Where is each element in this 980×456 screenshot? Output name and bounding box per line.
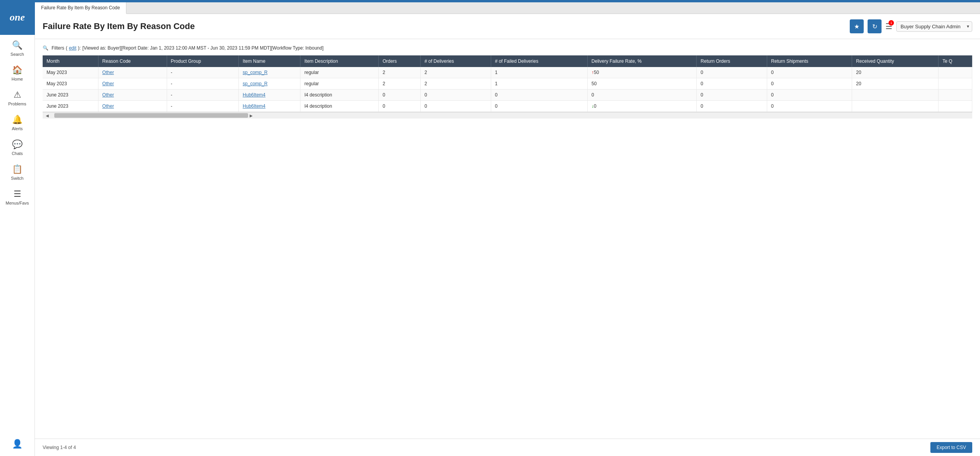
cell-item-description: regular [300, 67, 379, 78]
cell-orders: 0 [378, 89, 420, 101]
col-failed-deliveries: # of Failed Deliveries [491, 55, 587, 67]
col-return-shipments: Return Shipments [767, 55, 852, 67]
cell-item-name[interactable]: Hub6Item4 [239, 89, 300, 101]
viewing-count: Viewing 1-4 of 4 [43, 445, 76, 450]
cell-reason-code[interactable]: Other [98, 89, 167, 101]
sidebar-avatar[interactable]: 👤 [0, 434, 35, 452]
col-item-description: Item Description [300, 55, 379, 67]
col-orders: Orders [378, 55, 420, 67]
main-area: Failure Rate By Item By Reason Code Fail… [35, 0, 980, 456]
cell-product-group: - [167, 101, 238, 112]
logo-text: one [10, 12, 25, 23]
bottom-bar: Viewing 1-4 of 4 Export to CSV [35, 439, 980, 456]
col-reason-code: Reason Code [98, 55, 167, 67]
col-te-q: Te Q [939, 55, 972, 67]
active-tab[interactable]: Failure Rate By Item By Reason Code [35, 2, 126, 14]
header-actions: ★ ↻ ☰ 1 Buyer Supply Chain Admin [850, 19, 972, 33]
cell-received-qty: 20 [852, 78, 939, 89]
scroll-right-arrow[interactable]: ▶ [248, 114, 254, 118]
switch-icon: 📋 [12, 164, 22, 174]
sidebar-item-label: Alerts [12, 126, 22, 131]
scroll-thumb[interactable] [54, 113, 248, 118]
table-row: May 2023 Other - sp_comp_R regular 2 2 1… [43, 78, 972, 89]
table-row: June 2023 Other - Hub6Item4 I4 descripti… [43, 101, 972, 112]
edit-filter-link[interactable]: edit [69, 45, 76, 51]
page-title: Failure Rate By Item By Reason Code [43, 21, 850, 31]
table-row: May 2023 Other - sp_comp_R regular 2 2 1… [43, 67, 972, 78]
notification-badge: 1 [889, 20, 894, 26]
user-role-select[interactable]: Buyer Supply Chain Admin [896, 21, 972, 32]
sidebar-item-switch[interactable]: 📋 Switch [0, 159, 35, 184]
col-failure-rate: Delivery Failure Rate, % [587, 55, 697, 67]
filter-bar: 🔍 Filters (edit): [Viewed as: Buyer][Rep… [43, 45, 972, 51]
filter-text: [Viewed as: Buyer][Report Date: Jan 1, 2… [82, 45, 323, 51]
tab-label: Failure Rate By Item By Reason Code [41, 5, 120, 10]
table-header-row: Month Reason Code Product Group Item Nam… [43, 55, 972, 67]
cell-failure-rate: 0 [587, 89, 697, 101]
refresh-button[interactable]: ↻ [868, 19, 882, 33]
sidebar-item-search[interactable]: 🔍 Search [0, 35, 35, 60]
cell-return-orders: 0 [697, 67, 767, 78]
table-body: May 2023 Other - sp_comp_R regular 2 2 1… [43, 67, 972, 112]
bell-icon: 🔔 [12, 115, 22, 125]
content-area: 🔍 Filters (edit): [Viewed as: Buyer][Rep… [35, 39, 980, 439]
col-item-name: Item Name [239, 55, 300, 67]
cell-return-orders: 0 [697, 78, 767, 89]
cell-item-name[interactable]: Hub6Item4 [239, 101, 300, 112]
filter-icon: 🔍 [43, 45, 48, 51]
cell-month: June 2023 [43, 101, 98, 112]
page-header: Failure Rate By Item By Reason Code ★ ↻ … [35, 14, 980, 39]
notification-button[interactable]: ☰ 1 [885, 22, 892, 31]
scroll-left-arrow[interactable]: ◀ [44, 114, 50, 118]
sidebar-item-problems[interactable]: ⚠ Problems [0, 84, 35, 109]
sidebar-item-home[interactable]: 🏠 Home [0, 60, 35, 84]
cell-orders: 2 [378, 67, 420, 78]
warning-icon: ⚠ [14, 90, 21, 100]
cell-return-orders: 0 [697, 101, 767, 112]
cell-orders: 0 [378, 101, 420, 112]
cell-received-qty: 20 [852, 67, 939, 78]
cell-failure-rate: ↓0 [587, 101, 697, 112]
app-logo[interactable]: one [0, 0, 35, 35]
cell-failed-deliveries: 1 [491, 67, 587, 78]
menu-icon: ☰ [14, 189, 21, 199]
col-product-group: Product Group [167, 55, 238, 67]
table-row: June 2023 Other - Hub6Item4 I4 descripti… [43, 89, 972, 101]
sidebar-item-chats[interactable]: 💬 Chats [0, 134, 35, 159]
sidebar-item-label: Problems [8, 102, 26, 106]
cell-month: June 2023 [43, 89, 98, 101]
cell-item-name[interactable]: sp_comp_R [239, 78, 300, 89]
cell-failure-rate: ↑50 [587, 67, 697, 78]
home-icon: 🏠 [12, 65, 22, 75]
cell-return-shipments: 0 [767, 78, 852, 89]
cell-reason-code[interactable]: Other [98, 78, 167, 89]
cell-return-shipments: 0 [767, 89, 852, 101]
sidebar-item-menus[interactable]: ☰ Menus/Favs [0, 184, 35, 208]
star-icon: ★ [854, 23, 859, 30]
cell-received-qty [852, 89, 939, 101]
table-container[interactable]: Month Reason Code Product Group Item Nam… [43, 55, 972, 112]
search-icon: 🔍 [12, 40, 22, 50]
horizontal-scrollbar[interactable]: ◀ ▶ [43, 112, 972, 119]
cell-failed-deliveries: 0 [491, 89, 587, 101]
cell-return-shipments: 0 [767, 101, 852, 112]
cell-failure-rate: 50 [587, 78, 697, 89]
cell-return-shipments: 0 [767, 67, 852, 78]
chat-icon: 💬 [12, 139, 22, 150]
sidebar-item-label: Menus/Favs [6, 201, 29, 205]
cell-reason-code[interactable]: Other [98, 101, 167, 112]
cell-orders: 2 [378, 78, 420, 89]
sidebar-item-label: Search [10, 52, 24, 57]
cell-te-q [939, 101, 972, 112]
trend-down-icon: ↓ [592, 103, 594, 109]
cell-month: May 2023 [43, 67, 98, 78]
cell-month: May 2023 [43, 78, 98, 89]
export-csv-button[interactable]: Export to CSV [930, 442, 972, 453]
cell-item-name[interactable]: sp_comp_R [239, 67, 300, 78]
cell-failed-deliveries: 1 [491, 78, 587, 89]
cell-reason-code[interactable]: Other [98, 67, 167, 78]
star-button[interactable]: ★ [850, 19, 864, 33]
sidebar-item-alerts[interactable]: 🔔 Alerts [0, 109, 35, 134]
report-table: Month Reason Code Product Group Item Nam… [43, 55, 972, 112]
cell-te-q [939, 78, 972, 89]
